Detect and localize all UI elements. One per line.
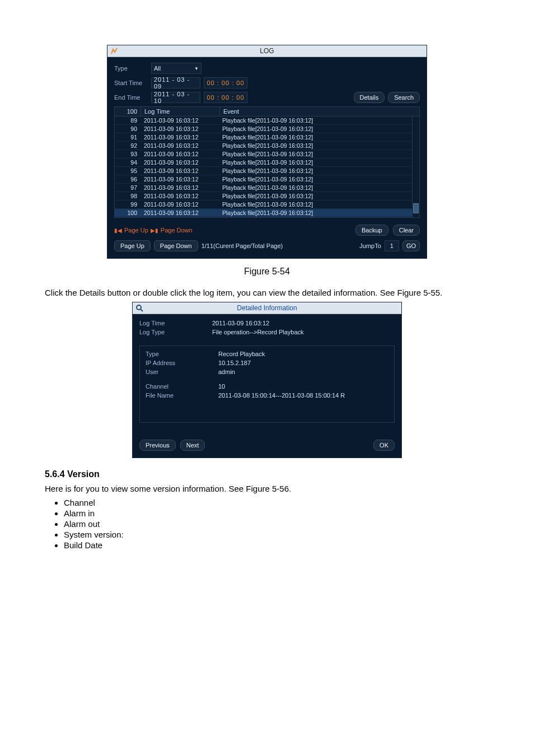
cell-index: 99 bbox=[115, 200, 140, 208]
col-index: 100 bbox=[115, 107, 141, 116]
end-date-input[interactable]: 2011 - 03 - 10 bbox=[151, 92, 200, 103]
logtype-label: Log Type bbox=[139, 329, 212, 335]
cell-time: 2011-03-09 16:03:12 bbox=[140, 125, 219, 133]
logtime-value: 2011-03-09 16:03:12 bbox=[212, 320, 395, 326]
list-item: Alarm out bbox=[64, 519, 489, 529]
page-up-icon: ▮◀ bbox=[114, 227, 122, 234]
page-down-text[interactable]: Page Down bbox=[161, 227, 193, 234]
backup-button[interactable]: Backup bbox=[355, 225, 388, 236]
dtype-value: Record Playback bbox=[218, 351, 388, 357]
user-label: User bbox=[146, 368, 218, 375]
channel-value: 10 bbox=[218, 383, 388, 390]
list-item: System version: bbox=[64, 530, 489, 539]
previous-button[interactable]: Previous bbox=[139, 440, 176, 451]
cell-time: 2011-03-09 16:03:12 bbox=[140, 167, 219, 175]
table-row[interactable]: 992011-03-09 16:03:12Playback file[2011-… bbox=[115, 200, 412, 209]
clear-button[interactable]: Clear bbox=[393, 225, 420, 236]
cell-event: Playback file[2011-03-09 16:03:12] bbox=[219, 125, 412, 133]
svg-point-0 bbox=[137, 305, 141, 310]
cell-time: 2011-03-09 16:03:12 bbox=[140, 192, 219, 200]
cell-event: Playback file[2011-03-09 16:03:12] bbox=[219, 192, 412, 200]
detail-window: Detailed Information Log Time 2011-03-09… bbox=[132, 302, 402, 458]
cell-event: Playback file[2011-03-09 16:03:12] bbox=[219, 116, 412, 124]
table-row[interactable]: 1002011-03-09 16:03:12Playback file[2011… bbox=[115, 209, 412, 217]
cell-event: Playback file[2011-03-09 16:03:12] bbox=[219, 150, 412, 158]
figure-caption-54: Figure 5-54 bbox=[45, 267, 489, 277]
logtype-value: File operation-->Record Playback bbox=[212, 329, 395, 335]
search-button[interactable]: Search bbox=[388, 92, 420, 103]
next-button[interactable]: Next bbox=[180, 440, 205, 451]
scrollbar-thumb[interactable] bbox=[413, 203, 419, 213]
log-title: LOG bbox=[260, 47, 274, 55]
detail-titlebar: Detailed Information bbox=[133, 302, 401, 314]
cell-time: 2011-03-09 16:03:12 bbox=[140, 209, 219, 217]
svg-line-1 bbox=[140, 309, 143, 311]
ok-button[interactable]: OK bbox=[373, 440, 395, 451]
log-window: LOG Type All ▼ Start Time 2011 - 03 - 09… bbox=[107, 45, 427, 259]
page-up-text[interactable]: Page Up bbox=[124, 227, 148, 234]
table-row[interactable]: 902011-03-09 16:03:12Playback file[2011-… bbox=[115, 125, 412, 133]
start-time-input[interactable]: 00 : 00 : 00 bbox=[204, 77, 247, 88]
table-row[interactable]: 962011-03-09 16:03:12Playback file[2011-… bbox=[115, 175, 412, 184]
cell-index: 89 bbox=[115, 116, 140, 124]
page-down-button[interactable]: Page Down bbox=[154, 240, 198, 251]
cell-time: 2011-03-09 16:03:12 bbox=[140, 150, 219, 158]
detail-box: Type Record Playback IP Address 10.15.2.… bbox=[139, 346, 395, 423]
table-row[interactable]: 972011-03-09 16:03:12Playback file[2011-… bbox=[115, 184, 412, 192]
list-item: Channel bbox=[64, 498, 489, 507]
cell-index: 90 bbox=[115, 125, 140, 133]
dtype-label: Type bbox=[146, 351, 218, 357]
detail-title-icon bbox=[135, 304, 144, 312]
table-row[interactable]: 892011-03-09 16:03:12Playback file[2011-… bbox=[115, 116, 412, 125]
cell-time: 2011-03-09 16:03:12 bbox=[140, 116, 219, 124]
jump-input[interactable]: 1 bbox=[385, 240, 399, 251]
cell-index: 93 bbox=[115, 150, 140, 158]
type-value: All bbox=[154, 65, 161, 72]
table-row[interactable]: 922011-03-09 16:03:12Playback file[2011-… bbox=[115, 142, 412, 150]
filename-label: File Name bbox=[146, 392, 218, 399]
table-row[interactable]: 912011-03-09 16:03:12Playback file[2011-… bbox=[115, 133, 412, 142]
cell-event: Playback file[2011-03-09 16:03:12] bbox=[219, 133, 412, 141]
col-logtime: Log Time bbox=[141, 107, 220, 116]
cell-index: 97 bbox=[115, 184, 140, 192]
col-event: Event bbox=[220, 107, 419, 116]
ip-label: IP Address bbox=[146, 360, 218, 366]
log-table-header: 100 Log Time Event bbox=[115, 107, 419, 116]
cell-event: Playback file[2011-03-09 16:03:12] bbox=[219, 200, 412, 208]
go-button[interactable]: GO bbox=[402, 240, 420, 251]
start-time-label: Start Time bbox=[114, 80, 148, 86]
version-paragraph: Here is for you to view some version inf… bbox=[45, 483, 489, 494]
logtime-label: Log Time bbox=[139, 320, 212, 326]
channel-label: Channel bbox=[146, 383, 218, 390]
table-row[interactable]: 982011-03-09 16:03:12Playback file[2011-… bbox=[115, 192, 412, 200]
log-scrollbar[interactable] bbox=[412, 116, 419, 217]
table-row[interactable]: 952011-03-09 16:03:12Playback file[2011-… bbox=[115, 167, 412, 175]
table-row[interactable]: 942011-03-09 16:03:12Playback file[2011-… bbox=[115, 158, 412, 167]
details-button[interactable]: Details bbox=[354, 92, 385, 103]
end-time-input[interactable]: 00 : 00 : 00 bbox=[204, 92, 247, 103]
chevron-down-icon: ▼ bbox=[194, 66, 199, 71]
version-bullet-list: ChannelAlarm inAlarm outSystem version:B… bbox=[45, 498, 489, 550]
list-item: Alarm in bbox=[64, 508, 489, 518]
page-down-icon: ▶▮ bbox=[151, 227, 158, 234]
cell-index: 91 bbox=[115, 133, 140, 141]
table-row[interactable]: 932011-03-09 16:03:12Playback file[2011-… bbox=[115, 150, 412, 158]
page-up-button[interactable]: Page Up bbox=[114, 240, 151, 251]
cell-index: 100 bbox=[115, 209, 140, 217]
cell-time: 2011-03-09 16:03:12 bbox=[140, 175, 219, 183]
cell-index: 92 bbox=[115, 142, 140, 150]
cell-event: Playback file[2011-03-09 16:03:12] bbox=[219, 167, 412, 175]
start-date-input[interactable]: 2011 - 03 - 09 bbox=[151, 77, 200, 88]
version-heading: 5.6.4 Version bbox=[45, 469, 489, 479]
type-combo[interactable]: All ▼ bbox=[151, 63, 202, 74]
cell-time: 2011-03-09 16:03:12 bbox=[140, 200, 219, 208]
cell-event: Playback file[2011-03-09 16:03:12] bbox=[219, 158, 412, 166]
paragraph-details: Click the Details button or double click… bbox=[45, 287, 489, 298]
cell-event: Playback file[2011-03-09 16:03:12] bbox=[219, 175, 412, 183]
cell-time: 2011-03-09 16:03:12 bbox=[140, 158, 219, 166]
list-item: Build Date bbox=[64, 540, 489, 550]
page-info: 1/11(Curent Page/Total Page) bbox=[202, 242, 283, 249]
end-time-label: End Time bbox=[114, 94, 148, 101]
cell-index: 96 bbox=[115, 175, 140, 183]
log-title-icon bbox=[110, 46, 119, 55]
